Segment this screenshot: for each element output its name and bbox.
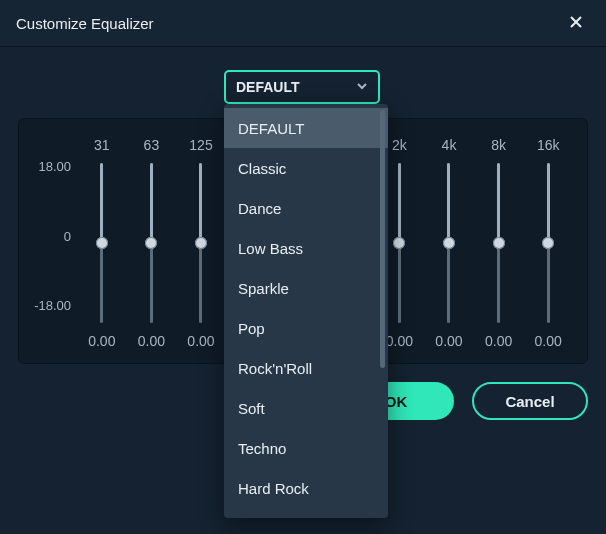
band-slider[interactable] — [387, 163, 411, 323]
band-value: 0.00 — [187, 333, 214, 349]
band-hz-label: 2k — [392, 137, 407, 157]
band-value: 0.00 — [88, 333, 115, 349]
preset-dropdown[interactable]: DEFAULTClassicDanceLow BassSparklePopRoc… — [224, 104, 388, 518]
preset-option[interactable]: Techno — [224, 428, 388, 468]
preset-option[interactable]: Soft — [224, 388, 388, 428]
close-icon — [568, 14, 584, 33]
slider-thumb[interactable] — [96, 237, 108, 249]
band-slider[interactable] — [437, 163, 461, 323]
preset-selected-label: DEFAULT — [236, 79, 300, 95]
equalizer-window: Customize Equalizer DEFAULT 18.00 0 -18.… — [0, 0, 606, 534]
band-value: 0.00 — [386, 333, 413, 349]
preset-option[interactable]: Low Bass — [224, 228, 388, 268]
eq-band-125: 1250.00 — [176, 137, 226, 349]
y-axis-max: 18.00 — [38, 159, 71, 174]
cancel-button[interactable]: Cancel — [472, 382, 588, 420]
band-slider[interactable] — [536, 163, 560, 323]
slider-thumb[interactable] — [195, 237, 207, 249]
slider-thumb[interactable] — [542, 237, 554, 249]
y-axis-labels: 18.00 0 -18.00 — [33, 137, 77, 343]
chevron-down-icon — [356, 79, 368, 95]
eq-band-63: 630.00 — [127, 137, 177, 349]
band-value: 0.00 — [535, 333, 562, 349]
band-hz-label: 31 — [94, 137, 110, 157]
close-button[interactable] — [562, 9, 590, 37]
preset-option[interactable]: DEFAULT — [224, 108, 388, 148]
eq-band-16k: 16k0.00 — [523, 137, 573, 349]
band-hz-label: 8k — [491, 137, 506, 157]
eq-band-31: 310.00 — [77, 137, 127, 349]
window-title: Customize Equalizer — [16, 15, 154, 32]
eq-band-4k: 4k0.00 — [424, 137, 474, 349]
slider-thumb[interactable] — [493, 237, 505, 249]
band-value: 0.00 — [485, 333, 512, 349]
y-axis-min: -18.00 — [34, 298, 71, 313]
band-slider[interactable] — [487, 163, 511, 323]
band-slider[interactable] — [139, 163, 163, 323]
preset-option[interactable]: Pop — [224, 308, 388, 348]
preset-select[interactable]: DEFAULT — [224, 70, 380, 104]
preset-option[interactable]: Hard Rock — [224, 468, 388, 508]
preset-option[interactable]: Rock'n'Roll — [224, 348, 388, 388]
band-hz-label: 4k — [442, 137, 457, 157]
band-hz-label: 16k — [537, 137, 560, 157]
y-axis-mid: 0 — [64, 229, 71, 244]
band-slider[interactable] — [189, 163, 213, 323]
preset-option[interactable]: Classic — [224, 148, 388, 188]
titlebar: Customize Equalizer — [0, 0, 606, 47]
preset-option[interactable]: Dance — [224, 188, 388, 228]
band-hz-label: 125 — [189, 137, 212, 157]
preset-option[interactable]: Sparkle — [224, 268, 388, 308]
band-hz-label: 63 — [144, 137, 160, 157]
dropdown-scrollbar[interactable] — [380, 110, 385, 368]
band-value: 0.00 — [138, 333, 165, 349]
band-value: 0.00 — [435, 333, 462, 349]
band-slider[interactable] — [90, 163, 114, 323]
eq-band-8k: 8k0.00 — [474, 137, 524, 349]
slider-thumb[interactable] — [443, 237, 455, 249]
slider-thumb[interactable] — [145, 237, 157, 249]
slider-thumb[interactable] — [393, 237, 405, 249]
